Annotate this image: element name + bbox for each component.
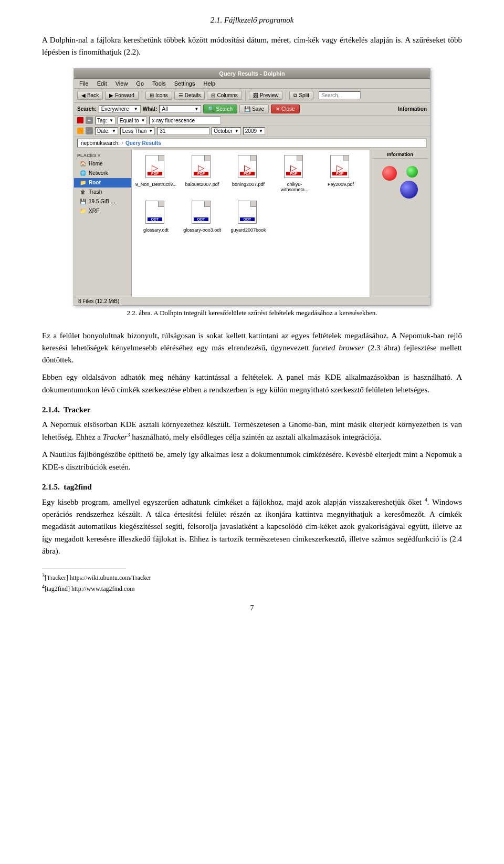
back-icon: ◀: [81, 92, 86, 98]
menu-file[interactable]: File: [76, 80, 92, 87]
forward-icon: ▶: [109, 92, 113, 98]
file-name: chikyu-withsometa...: [276, 182, 313, 192]
trash-icon: 🗑: [79, 189, 87, 196]
preview-button[interactable]: 🖼 Preview: [249, 91, 283, 100]
filter-type-tag[interactable]: Tag: ▼: [95, 117, 116, 124]
search-button[interactable]: 🔍 Search: [203, 105, 237, 113]
preview-icon: 🖼: [253, 92, 258, 98]
filter-remove-tag[interactable]: −: [86, 117, 93, 124]
paragraph-3: Ez a felület bonyolultnak bizonyult, túl…: [42, 330, 462, 367]
menu-view[interactable]: View: [112, 80, 131, 87]
ball-blue: [400, 181, 418, 199]
file-name: guyard2007book: [230, 227, 266, 233]
filter-type-date-arrow: ▼: [112, 129, 116, 133]
xrf-icon: 📁: [79, 207, 87, 215]
filter-condition-tag[interactable]: Equal to ▼: [118, 117, 148, 124]
info-label: Information: [398, 106, 427, 112]
info-panel: Information: [370, 150, 430, 297]
file-grid: ▷ PDF 9_Non_Destructiv... ▷ PDF balouet2…: [132, 150, 370, 297]
sidebar-item-root[interactable]: 📁 Root: [74, 178, 131, 188]
filter-condition-tag-arrow: ▼: [141, 118, 145, 123]
split-icon: ⧉: [293, 92, 297, 99]
save-icon: 💾: [244, 106, 250, 112]
filter-month-date[interactable]: October ▼: [212, 127, 241, 135]
sidebar-item-trash[interactable]: 🗑 Trash: [74, 188, 131, 197]
sidebar-item-home[interactable]: 🏠 Home: [74, 159, 131, 169]
footnote-3: 3[Tracker] https://wiki.ubuntu.com/Track…: [42, 571, 462, 582]
filter-day-date[interactable]: [157, 127, 209, 135]
filter-type-tag-arrow: ▼: [109, 118, 113, 123]
filter-icon-yellow: [77, 128, 83, 134]
filter-type-date[interactable]: Date: ▼: [95, 127, 118, 135]
breadcrumb-prefix: nepomuksearch:: [81, 140, 120, 146]
network-icon: 🌐: [79, 170, 87, 177]
section-214-heading: 2.1.4. Tracker: [42, 405, 462, 414]
details-icon: ☰: [178, 92, 183, 98]
list-item[interactable]: ▷ PDF boning2007.pdf: [227, 153, 269, 194]
file-name: balouet2007.pdf: [185, 182, 219, 187]
paragraph-5: A Nepomuk elsősorban KDE asztali környez…: [42, 419, 462, 444]
list-item[interactable]: ▷ PDF Fey2009.pdf: [320, 153, 362, 194]
details-button[interactable]: ☰ Details: [174, 91, 205, 100]
list-item[interactable]: ▷ PDF chikyu-withsometa...: [274, 153, 316, 194]
icons-icon: ⊞: [150, 92, 154, 98]
columns-icon: ⊟: [211, 92, 215, 98]
figure-dolphin: Query Results - Dolphin File Edit View G…: [42, 68, 462, 326]
close-button[interactable]: ✕ Close: [271, 105, 300, 113]
columns-button[interactable]: ⊟ Columns: [207, 91, 242, 100]
back-button[interactable]: ◀ Back: [77, 91, 103, 100]
file-name: Fey2009.pdf: [328, 182, 354, 187]
file-icon-odt: ODT: [238, 201, 259, 226]
sidebar-item-xrf[interactable]: 📁 XRF: [74, 206, 131, 216]
list-item[interactable]: ODT glossary.odt: [135, 199, 177, 235]
paragraph-7: Egy kisebb program, amellyel egyszerűen …: [42, 496, 462, 557]
paragraph-1: A Dolphin-nal a fájlokra kereshetünk töb…: [42, 34, 462, 59]
figure-caption: 2.2. ábra. A Dolhpin integrált keresőfel…: [127, 309, 377, 317]
menu-settings[interactable]: Settings: [171, 80, 198, 87]
filter-month-arrow: ▼: [235, 129, 239, 133]
file-name: boning2007.pdf: [232, 182, 265, 187]
menubar[interactable]: File Edit View Go Tools Settings Help: [74, 79, 430, 89]
icons-button[interactable]: ⊞ Icons: [145, 91, 172, 100]
footnote-4: 4[tag2find] http://www.tag2find.com: [42, 582, 462, 594]
search-what-combo[interactable]: All ▼: [159, 105, 201, 113]
list-item[interactable]: ▷ PDF balouet2007.pdf: [181, 153, 223, 194]
section-215-heading: 2.1.5. tag2find: [42, 483, 462, 492]
file-icon-odt: ODT: [145, 201, 166, 226]
menu-edit[interactable]: Edit: [94, 80, 110, 87]
filter-value-tag[interactable]: [149, 117, 221, 124]
list-item[interactable]: ▷ PDF 9_Non_Destructiv...: [135, 153, 177, 194]
menu-go[interactable]: Go: [133, 80, 147, 87]
toolbar: ◀ Back ▶ Forward ⊞ Icons ☰ Details ⊟ Col…: [74, 89, 430, 103]
page-title: 2.1. Fájlkezelő programok: [42, 16, 462, 25]
file-icon-pdf: ▷ PDF: [284, 155, 305, 180]
file-icon-pdf: ▷ PDF: [238, 155, 259, 180]
filter-remove-date[interactable]: −: [86, 127, 93, 134]
search-bar: Search: Everywhere ▼ What: All ▼ 🔍 Searc…: [74, 103, 430, 116]
forward-button[interactable]: ▶ Forward: [105, 91, 139, 100]
disk-icon: 💾: [79, 198, 87, 205]
menu-help[interactable]: Help: [200, 80, 218, 87]
list-item[interactable]: ODT glossary-ooo3.odt: [181, 199, 223, 235]
what-combo-arrow: ▼: [195, 107, 199, 111]
breadcrumb: nepomuksearch: › Query Results: [77, 139, 427, 148]
menu-tools[interactable]: Tools: [149, 80, 169, 87]
window-title: Query Results - Dolphin: [219, 70, 285, 77]
sidebar-item-disk[interactable]: 💾 19.5 GiB ...: [74, 197, 131, 206]
list-item[interactable]: ODT guyard2007book: [227, 199, 269, 235]
search-where-combo[interactable]: Everywhere ▼: [99, 105, 141, 113]
save-button[interactable]: 💾 Save: [239, 105, 269, 113]
toolbar-separator-3: [286, 90, 286, 101]
dolphin-window[interactable]: Query Results - Dolphin File Edit View G…: [74, 68, 430, 306]
what-label: What:: [143, 106, 158, 112]
search-label: Search:: [77, 106, 97, 112]
filter-icon-red: [77, 117, 83, 123]
split-button[interactable]: ⧉ Split: [289, 91, 313, 100]
toolbar-separator: [142, 90, 142, 101]
filter-year-date[interactable]: 2009 ▼: [243, 127, 265, 135]
toolbar-search-input[interactable]: [319, 91, 361, 99]
breadcrumb-current: Query Results: [125, 140, 161, 146]
info-panel-title: Information: [372, 152, 428, 159]
filter-condition-date[interactable]: Less Than ▼: [120, 127, 155, 135]
sidebar-item-network[interactable]: 🌐 Network: [74, 169, 131, 178]
